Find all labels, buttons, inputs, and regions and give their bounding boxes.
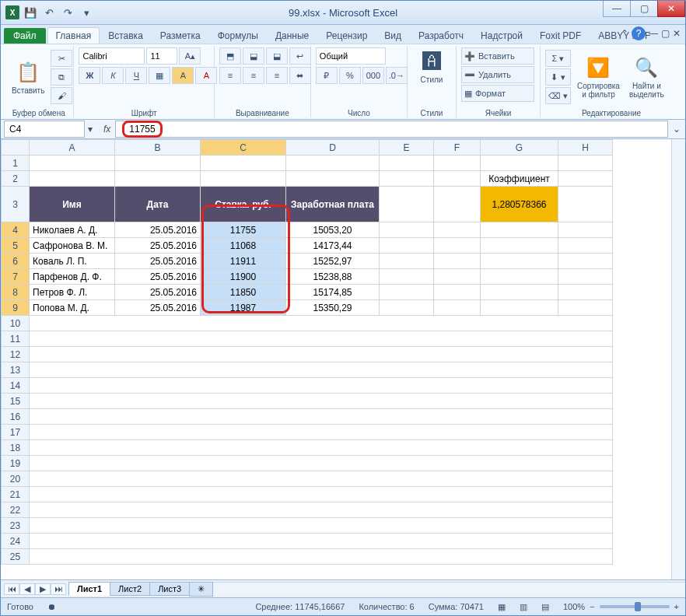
delete-cells-button[interactable]: ➖ Удалить [461, 66, 534, 83]
row-header-11[interactable]: 11 [2, 331, 30, 347]
align-bottom-button[interactable]: ⬓ [266, 47, 288, 65]
cell-D6[interactable]: 15252,97 [286, 254, 380, 269]
align-center-button[interactable]: ≡ [243, 67, 264, 84]
cell-A9[interactable]: Попова М. Д. [30, 300, 115, 316]
currency-button[interactable]: ₽ [316, 67, 338, 84]
sheet-tab-3[interactable]: Лист3 [149, 582, 190, 596]
workbook-restore-icon[interactable]: ▢ [661, 28, 670, 39]
percent-button[interactable]: % [339, 67, 361, 84]
help-button[interactable]: ? [632, 26, 646, 40]
zoom-slider[interactable] [600, 605, 670, 608]
col-header-C[interactable]: C [201, 140, 286, 156]
workbook-min-icon[interactable]: — [649, 28, 658, 39]
row-header-4[interactable]: 4 [2, 222, 30, 238]
col-header-G[interactable]: G [481, 140, 558, 156]
cut-button[interactable]: ✂ [51, 50, 72, 67]
tab-data[interactable]: Данные [267, 27, 317, 44]
qat-dropdown-icon[interactable]: ▾ [79, 5, 94, 20]
view-normal-icon[interactable]: ▦ [498, 602, 506, 612]
merge-button[interactable]: ⬌ [289, 67, 311, 84]
tab-layout[interactable]: Разметка [152, 27, 209, 44]
align-middle-button[interactable]: ⬓ [243, 47, 264, 65]
row-header-22[interactable]: 22 [2, 502, 30, 518]
inc-decimal-button[interactable]: .0→ [386, 67, 408, 84]
clear-button[interactable]: ⌫ ▾ [545, 87, 571, 104]
row-header-3[interactable]: 3 [2, 187, 30, 222]
row-header-8[interactable]: 8 [2, 285, 30, 300]
formula-expand-icon[interactable]: ⌄ [668, 124, 685, 135]
fill-button[interactable]: ⬇ ▾ [545, 68, 571, 86]
row-header-1[interactable]: 1 [2, 156, 30, 171]
autosum-button[interactable]: Σ ▾ [545, 50, 571, 67]
cell-D5[interactable]: 14173,44 [286, 238, 380, 254]
maximize-button[interactable]: ▢ [630, 1, 658, 17]
cell-A8[interactable]: Петров Ф. Л. [30, 285, 115, 300]
name-box-dropdown-icon[interactable]: ▾ [88, 124, 93, 135]
col-header-A[interactable]: A [30, 140, 115, 156]
cell-G2[interactable]: Коэффициент [481, 171, 558, 187]
font-size-combo[interactable]: 11 [146, 47, 177, 65]
row-header-14[interactable]: 14 [2, 378, 30, 394]
underline-button[interactable]: Ч [125, 67, 147, 84]
col-header-F[interactable]: F [434, 140, 481, 156]
cell-B9[interactable]: 25.05.2016 [115, 300, 201, 316]
number-format-combo[interactable]: Общий [316, 47, 386, 65]
row-header-12[interactable]: 12 [2, 347, 30, 362]
row-header-15[interactable]: 15 [2, 394, 30, 409]
file-tab[interactable]: Файл [4, 28, 46, 44]
wrap-text-button[interactable]: ↩ [289, 47, 311, 65]
row-header-16[interactable]: 16 [2, 409, 30, 425]
close-button[interactable]: ✕ [657, 1, 685, 17]
row-header-13[interactable]: 13 [2, 362, 30, 378]
redo-button[interactable]: ↷ [60, 5, 75, 20]
format-cells-button[interactable]: ▦ Формат [461, 85, 534, 102]
cell-B4[interactable]: 25.05.2016 [115, 222, 201, 238]
comma-button[interactable]: 000 [362, 67, 384, 84]
tab-developer[interactable]: Разработч [410, 27, 472, 44]
sheet-nav-prev-icon[interactable]: ◀ [19, 583, 35, 595]
row-header-9[interactable]: 9 [2, 300, 30, 316]
row-header-19[interactable]: 19 [2, 456, 30, 471]
styles-button[interactable]: 🅰 Стили [412, 47, 451, 86]
copy-button[interactable]: ⧉ [51, 68, 72, 86]
bold-button[interactable]: Ж [79, 67, 100, 84]
select-all-corner[interactable] [2, 140, 30, 156]
fx-icon[interactable]: fx [99, 124, 115, 135]
row-header-21[interactable]: 21 [2, 487, 30, 502]
tab-home[interactable]: Главная [47, 27, 100, 44]
cell-B6[interactable]: 25.05.2016 [115, 254, 201, 269]
formula-input[interactable]: 11755 [115, 121, 668, 138]
horizontal-scrollbar[interactable] [213, 582, 685, 596]
row-header-20[interactable]: 20 [2, 471, 30, 487]
cell-D8[interactable]: 15174,85 [286, 285, 380, 300]
cell-C6[interactable]: 11911 [201, 254, 286, 269]
paste-button[interactable]: 📋 Вставить [9, 58, 47, 96]
row-header-7[interactable]: 7 [2, 269, 30, 285]
font-name-combo[interactable]: Calibri [79, 47, 145, 65]
row-header-23[interactable]: 23 [2, 518, 30, 534]
cell-A7[interactable]: Парфенов Д. Ф. [30, 269, 115, 285]
cell-B7[interactable]: 25.05.2016 [115, 269, 201, 285]
row-header-25[interactable]: 25 [2, 549, 30, 565]
find-select-button[interactable]: 🔍 Найти и выделить [626, 54, 667, 100]
workbook-close-icon[interactable]: ✕ [673, 28, 681, 39]
sheet-nav-last-icon[interactable]: ⏭ [51, 583, 66, 595]
row-header-17[interactable]: 17 [2, 425, 30, 440]
name-box[interactable]: C4 [4, 121, 85, 138]
ribbon-minimize-icon[interactable]: ⌃ [621, 28, 628, 39]
col-header-E[interactable]: E [380, 140, 434, 156]
row-header-24[interactable]: 24 [2, 534, 30, 549]
sheet-tab-2[interactable]: Лист2 [110, 582, 150, 596]
row-header-2[interactable]: 2 [2, 171, 30, 187]
view-layout-icon[interactable]: ▥ [520, 602, 527, 612]
tab-formulas[interactable]: Формулы [209, 27, 267, 44]
sheet-nav-next-icon[interactable]: ▶ [35, 583, 51, 595]
col-header-D[interactable]: D [286, 140, 380, 156]
sort-filter-button[interactable]: 🔽 Сортировка и фильтр [574, 54, 623, 100]
sheet-nav-first-icon[interactable]: ⏮ [4, 583, 19, 595]
italic-button[interactable]: К [102, 67, 124, 84]
align-top-button[interactable]: ⬒ [219, 47, 241, 65]
undo-button[interactable]: ↶ [41, 5, 57, 20]
tab-view[interactable]: Вид [376, 27, 410, 44]
minimize-button[interactable]: — [603, 1, 631, 17]
